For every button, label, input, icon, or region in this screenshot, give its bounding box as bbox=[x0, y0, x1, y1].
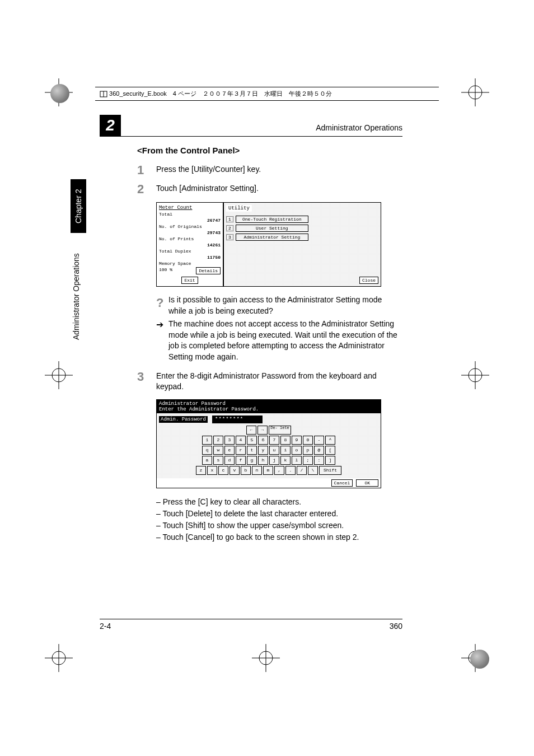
kb-key[interactable]: 6 bbox=[258, 436, 268, 445]
kb-key[interactable]: r bbox=[236, 446, 246, 455]
crop-mark-icon bbox=[45, 644, 73, 672]
kb-key[interactable]: q bbox=[202, 446, 212, 455]
kb-key[interactable]: o bbox=[292, 446, 302, 455]
meter-label: No. of Originals bbox=[159, 224, 202, 229]
meter-value: 100 % bbox=[159, 267, 172, 274]
kb-key[interactable]: s bbox=[213, 456, 223, 465]
details-button[interactable]: Details bbox=[196, 267, 221, 274]
kb-key[interactable]: a bbox=[202, 456, 212, 465]
kb-key[interactable]: 5 bbox=[247, 436, 257, 445]
kb-key[interactable]: 4 bbox=[236, 436, 246, 445]
source-file-text: 360_security_E.book 4 ページ ２００７年３月７日 水曜日 … bbox=[109, 90, 332, 97]
kb-key[interactable]: u bbox=[269, 446, 279, 455]
step-3: 3 Enter the 8-digit Administrator Passwo… bbox=[137, 371, 400, 393]
kb-key[interactable]: d bbox=[224, 456, 235, 465]
kb-row-q: qwertyuiop@[ bbox=[159, 446, 378, 455]
step-number: 3 bbox=[137, 371, 156, 383]
shift-key[interactable]: Shift bbox=[319, 466, 341, 475]
utility-title: Utility bbox=[226, 205, 252, 212]
utility-screenshot: Meter Count Total 26747 No. of Originals… bbox=[156, 202, 381, 287]
kb-key[interactable]: / bbox=[297, 466, 307, 475]
header-rule bbox=[100, 136, 402, 137]
kb-key[interactable]: ; bbox=[303, 456, 313, 465]
kb-key[interactable]: @ bbox=[314, 446, 324, 455]
meter-label: No. of Prints bbox=[159, 236, 194, 241]
kb-key[interactable]: m bbox=[263, 466, 273, 475]
book-icon bbox=[100, 90, 107, 98]
kb-key[interactable]: t bbox=[247, 446, 257, 455]
kb-key[interactable]: 1 bbox=[202, 436, 212, 445]
kb-key[interactable]: ^ bbox=[325, 436, 335, 445]
one-touch-registration-button[interactable]: One-Touch Registration bbox=[236, 216, 308, 223]
binding-hole-icon bbox=[470, 650, 489, 669]
kb-key[interactable]: , bbox=[274, 466, 284, 475]
meter-label: Total bbox=[159, 212, 172, 217]
kb-key[interactable]: 3 bbox=[224, 436, 235, 445]
kb-row-num: 1234567890-^ bbox=[159, 436, 378, 445]
meter-label: Memory Space bbox=[159, 261, 191, 266]
kb-key[interactable]: f bbox=[236, 456, 246, 465]
chapter-side-tab: Chapter 2 bbox=[71, 179, 86, 233]
step-text: Enter the 8-digit Administrator Password… bbox=[156, 371, 400, 393]
kb-key[interactable]: z bbox=[196, 466, 206, 475]
meter-value: 29743 bbox=[207, 230, 221, 235]
kb-key[interactable]: k bbox=[280, 456, 291, 465]
cancel-button[interactable]: Cancel bbox=[331, 479, 353, 487]
kb-key[interactable]: j bbox=[269, 456, 279, 465]
binding-hole-icon bbox=[50, 84, 69, 103]
kb-key[interactable]: i bbox=[280, 446, 291, 455]
password-screenshot: Administrator Password Enter the Adminis… bbox=[156, 399, 381, 488]
note-item: – Touch [Delete] to delete the last char… bbox=[156, 508, 400, 520]
kb-row-z: zxcvbnm,./\Shift bbox=[159, 466, 378, 475]
arrow-left-key[interactable]: ← bbox=[246, 426, 256, 435]
pw-subtitle: Enter the Administrator Password. bbox=[159, 407, 378, 412]
user-setting-button[interactable]: User Setting bbox=[236, 225, 308, 232]
kb-key[interactable]: y bbox=[258, 446, 268, 455]
kb-key[interactable]: ] bbox=[325, 456, 335, 465]
qa-block: ? Is it possible to gain access to the A… bbox=[156, 295, 400, 363]
kb-key[interactable]: \ bbox=[308, 466, 318, 475]
qa-question: Is it possible to gain access to the Adm… bbox=[168, 295, 400, 316]
crop-mark-icon bbox=[252, 644, 280, 672]
kb-key[interactable]: x bbox=[207, 466, 217, 475]
source-file-header: 360_security_E.book 4 ページ ２００７年３月７日 水曜日 … bbox=[95, 87, 439, 101]
pw-field[interactable]: ******** bbox=[212, 416, 263, 423]
close-button[interactable]: Close bbox=[359, 277, 378, 284]
step-number: 2 bbox=[137, 183, 156, 195]
kb-key[interactable]: 9 bbox=[292, 436, 302, 445]
kb-key[interactable]: b bbox=[241, 466, 251, 475]
kb-key[interactable]: . bbox=[285, 466, 296, 475]
menu-num: 2 bbox=[226, 225, 233, 231]
kb-key[interactable]: l bbox=[292, 456, 302, 465]
exit-button[interactable]: Exit bbox=[181, 277, 198, 284]
kb-key[interactable]: p bbox=[303, 446, 313, 455]
kb-key[interactable]: v bbox=[229, 466, 240, 475]
kb-key[interactable]: g bbox=[247, 456, 257, 465]
step-number: 1 bbox=[137, 164, 156, 176]
ok-button[interactable]: OK bbox=[356, 479, 378, 487]
kb-key[interactable]: w bbox=[213, 446, 223, 455]
kb-key[interactable]: n bbox=[252, 466, 262, 475]
kb-key[interactable]: e bbox=[224, 446, 235, 455]
kb-key[interactable]: 0 bbox=[303, 436, 313, 445]
administrator-setting-button[interactable]: Administrator Setting bbox=[236, 234, 308, 241]
kb-key[interactable]: 2 bbox=[213, 436, 223, 445]
note-item: – Touch [Cancel] to go back to the scree… bbox=[156, 531, 400, 543]
crop-mark-icon bbox=[45, 361, 73, 389]
meter-value: 26747 bbox=[207, 218, 221, 223]
kb-key[interactable]: [ bbox=[325, 446, 335, 455]
kb-key[interactable]: h bbox=[258, 456, 268, 465]
kb-key[interactable]: 8 bbox=[280, 436, 291, 445]
delete-key[interactable]: De- lete bbox=[269, 426, 291, 435]
kb-key[interactable]: 7 bbox=[269, 436, 279, 445]
arrow-right-key[interactable]: → bbox=[257, 426, 268, 435]
note-item: – Press the [C] key to clear all charact… bbox=[156, 496, 400, 508]
kb-key[interactable]: : bbox=[314, 456, 324, 465]
step-text: Press the [Utility/Counter] key. bbox=[156, 164, 400, 175]
running-header: Administrator Operations bbox=[316, 123, 402, 132]
kb-key[interactable]: c bbox=[218, 466, 228, 475]
page-number: 2-4 bbox=[100, 622, 111, 631]
crop-mark-icon bbox=[461, 78, 489, 106]
pw-title: Administrator Password bbox=[159, 401, 378, 407]
kb-key[interactable]: - bbox=[314, 436, 324, 445]
